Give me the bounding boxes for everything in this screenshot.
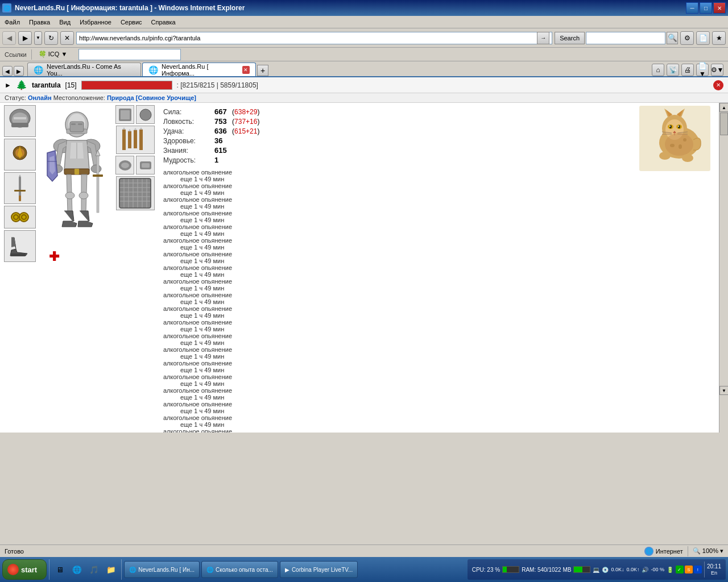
effect-item-4: алкогольное опьянениееще 1 ч 49 мин — [163, 210, 712, 223]
luck-label: Удача: — [163, 127, 214, 135]
svg-marker-38 — [122, 127, 126, 130]
chainmail-slot[interactable] — [116, 176, 155, 210]
nav-dropdown[interactable]: ▼ — [34, 31, 42, 45]
search-go-button[interactable]: 🔍 — [667, 32, 678, 44]
go-button[interactable]: → — [537, 32, 549, 44]
svg-marker-42 — [134, 128, 137, 130]
start-logo — [7, 564, 19, 575]
char-name[interactable]: tarantula — [32, 81, 61, 89]
equip-slot-top-1[interactable] — [115, 105, 134, 124]
main-scrollbar[interactable]: ▲ ▼ — [719, 103, 728, 433]
close-button[interactable]: ✕ — [713, 2, 726, 14]
icq-link[interactable]: 🍀 ICQ ▼ — [34, 49, 72, 59]
media-quick-button[interactable]: 🎵 — [86, 562, 102, 577]
effect-item-7: алкогольное опьянениееще 1 ч 49 мин — [163, 251, 712, 264]
menu-edit[interactable]: Правка — [24, 18, 55, 27]
equip-slot-top-2[interactable] — [136, 105, 155, 124]
stats-effects-section: Сила: 667 (638+29) Ловкость: 753 (737+16… — [156, 103, 719, 433]
tab-back[interactable]: ◀ — [2, 66, 13, 76]
volume-icon: 🔊 — [642, 567, 648, 573]
stop-button[interactable]: ✕ — [60, 31, 74, 45]
page-button[interactable]: 📄 — [696, 31, 710, 45]
address-bar: → — [76, 32, 552, 44]
status-ready: Готово — [5, 548, 24, 555]
restore-button[interactable]: □ — [700, 2, 712, 14]
folder-quick-button[interactable]: 📁 — [103, 562, 119, 577]
menu-help[interactable]: Справка — [147, 18, 180, 27]
amulet-slot[interactable] — [4, 139, 36, 171]
task-corbina[interactable]: ▶Corbina Player LiveTV... — [280, 561, 358, 578]
heal-cross-icon[interactable]: ✚ — [49, 250, 59, 264]
taskbar-divider-2 — [121, 559, 122, 580]
char-close-button[interactable]: ✕ — [713, 80, 723, 90]
svg-point-29 — [79, 192, 88, 199]
new-tab-button[interactable]: + — [257, 65, 268, 76]
print-button[interactable]: 🖨 — [681, 64, 694, 76]
svg-marker-44 — [139, 127, 143, 130]
tools-button[interactable]: ⚙ — [680, 31, 694, 45]
search-input[interactable] — [586, 32, 665, 44]
character-sprite — [43, 107, 111, 272]
show-desktop-button[interactable]: 🖥 — [52, 562, 68, 577]
svg-marker-7 — [19, 174, 21, 177]
armor-piece-2[interactable] — [136, 156, 155, 174]
taskbar-tasks: 🌐NeverLands.Ru [ Ин... 🌐Сколько опыта ос… — [124, 561, 465, 578]
menu-favorites[interactable]: Избранное — [75, 18, 116, 27]
volume-label: -00 % — [651, 567, 664, 572]
svg-rect-43 — [139, 130, 143, 150]
menu-view[interactable]: Вид — [55, 18, 75, 27]
tab-2[interactable]: 🌐 NeverLands.Ru [ Информа... ✕ — [142, 63, 256, 76]
address-input[interactable] — [79, 35, 537, 41]
task-experience[interactable]: 🌐Сколько опыта оста... — [201, 561, 278, 578]
favorites-button[interactable]: ★ — [712, 31, 726, 45]
effect-item-14: алкогольное опьянениееще 1 ч 49 мин — [163, 346, 712, 360]
weapon-slot[interactable] — [4, 172, 36, 204]
network-down: 0.0K↓ — [611, 567, 624, 572]
window-title: NeverLands.Ru [ Информация: tarantula ] … — [15, 4, 245, 12]
back-button[interactable]: ◀ — [2, 31, 16, 45]
effect-item-9: алкогольное опьянениееще 1 ч 49 мин — [163, 278, 712, 292]
security-icon: S — [685, 566, 693, 573]
wisdom-value: 1 — [214, 156, 218, 164]
links-input[interactable] — [81, 49, 178, 56]
location-value: Природа [Совиное Урочище] — [107, 94, 196, 101]
character-figure-area: ✚ — [40, 103, 114, 433]
svg-point-71 — [665, 133, 693, 156]
task-neverlands[interactable]: 🌐NeverLands.Ru [ Ин... — [124, 561, 200, 578]
effect-item-13: алкогольное опьянениееще 1 ч 49 мин — [163, 332, 712, 346]
stats-block: Сила: 667 (638+29) Ловкость: 753 (737+16… — [163, 107, 712, 164]
tab-2-close[interactable]: ✕ — [242, 66, 250, 74]
quiver-slot[interactable] — [116, 126, 155, 154]
tab-forward[interactable]: ▶ — [14, 66, 24, 76]
home-button[interactable]: ⌂ — [652, 64, 664, 76]
refresh-button[interactable]: ↻ — [44, 31, 58, 45]
menu-file[interactable]: Файл — [0, 18, 24, 27]
lang-indicator: En — [707, 570, 721, 576]
tools-dropdown[interactable]: ⚙▼ — [711, 64, 723, 76]
tab-1[interactable]: 🌐 NeverLands.Ru - Come As You... — [27, 63, 141, 76]
svg-point-62 — [678, 125, 680, 128]
time-display: 20:11 — [707, 563, 721, 570]
left-equipment — [0, 103, 40, 433]
start-button[interactable]: start — [2, 559, 47, 580]
toolbar: ◀ ▶ ▼ ↻ ✕ → Search 🔍 ⚙ 📄 ★ — [0, 28, 728, 48]
armor-piece-1[interactable] — [115, 156, 134, 174]
tab-1-label: NeverLands.Ru - Come As You... — [47, 63, 135, 77]
page-tools[interactable]: 📄▼ — [696, 64, 709, 76]
helmet-slot[interactable] — [4, 105, 36, 137]
search-area: Search 🔍 — [555, 32, 678, 44]
strength-label: Сила: — [163, 108, 214, 116]
ie-quick-button[interactable]: 🌐 — [69, 562, 85, 577]
ring-slot[interactable] — [4, 206, 36, 228]
svg-point-28 — [65, 192, 75, 199]
boot-slot[interactable] — [4, 230, 36, 262]
menu-tools[interactable]: Сервис — [116, 18, 147, 27]
search-button[interactable]: Search — [555, 32, 585, 44]
svg-point-73 — [682, 154, 693, 162]
effect-item-10: алкогольное опьянениееще 1 ч 49 мин — [163, 292, 712, 305]
svg-point-36 — [140, 109, 151, 120]
minimize-button[interactable]: ─ — [686, 2, 698, 14]
svg-rect-8 — [14, 190, 26, 192]
forward-button[interactable]: ▶ — [18, 31, 32, 45]
rss-button[interactable]: 📡 — [667, 64, 679, 76]
